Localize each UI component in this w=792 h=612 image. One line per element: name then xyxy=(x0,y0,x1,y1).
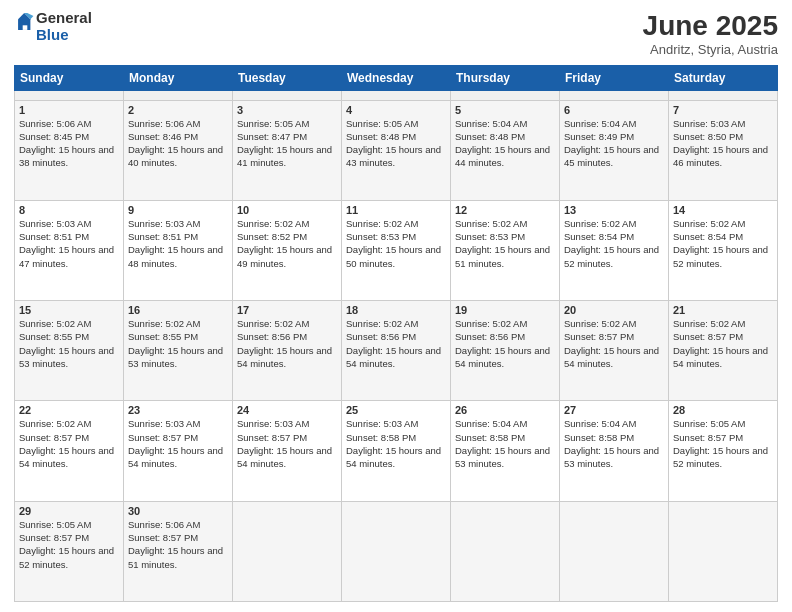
table-row: 3Sunrise: 5:05 AMSunset: 8:47 PMDaylight… xyxy=(233,100,342,200)
logo-text: General Blue xyxy=(36,10,92,43)
day-info: Sunrise: 5:05 AMSunset: 8:47 PMDaylight:… xyxy=(237,117,337,170)
day-number: 29 xyxy=(19,505,119,517)
sunrise-label: Sunrise: 5:04 AM xyxy=(455,118,527,129)
table-row xyxy=(233,501,342,601)
daylight-label: Daylight: 15 hours and 52 minutes. xyxy=(673,244,768,268)
table-row: 9Sunrise: 5:03 AMSunset: 8:51 PMDaylight… xyxy=(124,200,233,300)
table-row xyxy=(15,91,124,101)
table-row: 5Sunrise: 5:04 AMSunset: 8:48 PMDaylight… xyxy=(451,100,560,200)
day-info: Sunrise: 5:02 AMSunset: 8:56 PMDaylight:… xyxy=(237,317,337,370)
sunrise-label: Sunrise: 5:02 AM xyxy=(19,418,91,429)
day-number: 6 xyxy=(564,104,664,116)
sunrise-label: Sunrise: 5:03 AM xyxy=(128,218,200,229)
table-row xyxy=(451,91,560,101)
day-info: Sunrise: 5:03 AMSunset: 8:51 PMDaylight:… xyxy=(128,217,228,270)
day-info: Sunrise: 5:02 AMSunset: 8:54 PMDaylight:… xyxy=(673,217,773,270)
sunrise-label: Sunrise: 5:02 AM xyxy=(564,318,636,329)
col-sunday: Sunday xyxy=(15,66,124,91)
day-info: Sunrise: 5:02 AMSunset: 8:56 PMDaylight:… xyxy=(455,317,555,370)
daylight-label: Daylight: 15 hours and 45 minutes. xyxy=(564,144,659,168)
daylight-label: Daylight: 15 hours and 53 minutes. xyxy=(19,345,114,369)
sunset-label: Sunset: 8:54 PM xyxy=(673,231,743,242)
calendar-week-row: 29Sunrise: 5:05 AMSunset: 8:57 PMDayligh… xyxy=(15,501,778,601)
sunset-label: Sunset: 8:55 PM xyxy=(128,331,198,342)
table-row: 18Sunrise: 5:02 AMSunset: 8:56 PMDayligh… xyxy=(342,301,451,401)
daylight-label: Daylight: 15 hours and 41 minutes. xyxy=(237,144,332,168)
day-number: 19 xyxy=(455,304,555,316)
col-saturday: Saturday xyxy=(669,66,778,91)
daylight-label: Daylight: 15 hours and 54 minutes. xyxy=(237,345,332,369)
table-row: 24Sunrise: 5:03 AMSunset: 8:57 PMDayligh… xyxy=(233,401,342,501)
day-info: Sunrise: 5:06 AMSunset: 8:57 PMDaylight:… xyxy=(128,518,228,571)
daylight-label: Daylight: 15 hours and 54 minutes. xyxy=(673,345,768,369)
day-info: Sunrise: 5:02 AMSunset: 8:55 PMDaylight:… xyxy=(128,317,228,370)
daylight-label: Daylight: 15 hours and 50 minutes. xyxy=(346,244,441,268)
day-info: Sunrise: 5:03 AMSunset: 8:57 PMDaylight:… xyxy=(237,417,337,470)
sunset-label: Sunset: 8:51 PM xyxy=(128,231,198,242)
sunrise-label: Sunrise: 5:02 AM xyxy=(128,318,200,329)
day-number: 5 xyxy=(455,104,555,116)
day-number: 26 xyxy=(455,404,555,416)
sunrise-label: Sunrise: 5:06 AM xyxy=(19,118,91,129)
day-info: Sunrise: 5:05 AMSunset: 8:57 PMDaylight:… xyxy=(19,518,119,571)
day-info: Sunrise: 5:02 AMSunset: 8:57 PMDaylight:… xyxy=(19,417,119,470)
day-info: Sunrise: 5:06 AMSunset: 8:46 PMDaylight:… xyxy=(128,117,228,170)
sunset-label: Sunset: 8:57 PM xyxy=(128,432,198,443)
day-info: Sunrise: 5:02 AMSunset: 8:52 PMDaylight:… xyxy=(237,217,337,270)
sunrise-label: Sunrise: 5:03 AM xyxy=(346,418,418,429)
sunset-label: Sunset: 8:55 PM xyxy=(19,331,89,342)
day-number: 30 xyxy=(128,505,228,517)
sunrise-label: Sunrise: 5:05 AM xyxy=(237,118,309,129)
day-info: Sunrise: 5:05 AMSunset: 8:57 PMDaylight:… xyxy=(673,417,773,470)
sunset-label: Sunset: 8:57 PM xyxy=(237,432,307,443)
day-info: Sunrise: 5:02 AMSunset: 8:54 PMDaylight:… xyxy=(564,217,664,270)
daylight-label: Daylight: 15 hours and 53 minutes. xyxy=(455,445,550,469)
sunset-label: Sunset: 8:49 PM xyxy=(564,131,634,142)
table-row: 21Sunrise: 5:02 AMSunset: 8:57 PMDayligh… xyxy=(669,301,778,401)
sunset-label: Sunset: 8:51 PM xyxy=(19,231,89,242)
day-number: 24 xyxy=(237,404,337,416)
sunrise-label: Sunrise: 5:06 AM xyxy=(128,118,200,129)
table-row xyxy=(451,501,560,601)
day-info: Sunrise: 5:03 AMSunset: 8:50 PMDaylight:… xyxy=(673,117,773,170)
day-info: Sunrise: 5:02 AMSunset: 8:57 PMDaylight:… xyxy=(564,317,664,370)
table-row: 6Sunrise: 5:04 AMSunset: 8:49 PMDaylight… xyxy=(560,100,669,200)
daylight-label: Daylight: 15 hours and 54 minutes. xyxy=(455,345,550,369)
sunrise-label: Sunrise: 5:03 AM xyxy=(19,218,91,229)
title-block: June 2025 Andritz, Styria, Austria xyxy=(643,10,778,57)
daylight-label: Daylight: 15 hours and 54 minutes. xyxy=(346,345,441,369)
table-row: 27Sunrise: 5:04 AMSunset: 8:58 PMDayligh… xyxy=(560,401,669,501)
sunset-label: Sunset: 8:58 PM xyxy=(346,432,416,443)
daylight-label: Daylight: 15 hours and 51 minutes. xyxy=(128,545,223,569)
day-number: 17 xyxy=(237,304,337,316)
day-number: 14 xyxy=(673,204,773,216)
daylight-label: Daylight: 15 hours and 49 minutes. xyxy=(237,244,332,268)
table-row: 7Sunrise: 5:03 AMSunset: 8:50 PMDaylight… xyxy=(669,100,778,200)
logo-icon xyxy=(16,13,34,33)
calendar-week-row: 15Sunrise: 5:02 AMSunset: 8:55 PMDayligh… xyxy=(15,301,778,401)
daylight-label: Daylight: 15 hours and 54 minutes. xyxy=(19,445,114,469)
table-row: 19Sunrise: 5:02 AMSunset: 8:56 PMDayligh… xyxy=(451,301,560,401)
sunrise-label: Sunrise: 5:05 AM xyxy=(673,418,745,429)
day-number: 7 xyxy=(673,104,773,116)
day-number: 25 xyxy=(346,404,446,416)
day-number: 15 xyxy=(19,304,119,316)
day-info: Sunrise: 5:02 AMSunset: 8:57 PMDaylight:… xyxy=(673,317,773,370)
page: General Blue June 2025 Andritz, Styria, … xyxy=(0,0,792,612)
daylight-label: Daylight: 15 hours and 52 minutes. xyxy=(19,545,114,569)
sunrise-label: Sunrise: 5:05 AM xyxy=(19,519,91,530)
daylight-label: Daylight: 15 hours and 51 minutes. xyxy=(455,244,550,268)
sunset-label: Sunset: 8:50 PM xyxy=(673,131,743,142)
day-number: 11 xyxy=(346,204,446,216)
calendar-table: Sunday Monday Tuesday Wednesday Thursday… xyxy=(14,65,778,602)
sunrise-label: Sunrise: 5:04 AM xyxy=(455,418,527,429)
table-row: 23Sunrise: 5:03 AMSunset: 8:57 PMDayligh… xyxy=(124,401,233,501)
sunset-label: Sunset: 8:57 PM xyxy=(19,532,89,543)
sunrise-label: Sunrise: 5:06 AM xyxy=(128,519,200,530)
sunset-label: Sunset: 8:54 PM xyxy=(564,231,634,242)
day-info: Sunrise: 5:04 AMSunset: 8:49 PMDaylight:… xyxy=(564,117,664,170)
logo-blue-text: Blue xyxy=(36,27,92,44)
sunset-label: Sunset: 8:57 PM xyxy=(19,432,89,443)
sunrise-label: Sunrise: 5:02 AM xyxy=(455,318,527,329)
sunset-label: Sunset: 8:53 PM xyxy=(455,231,525,242)
